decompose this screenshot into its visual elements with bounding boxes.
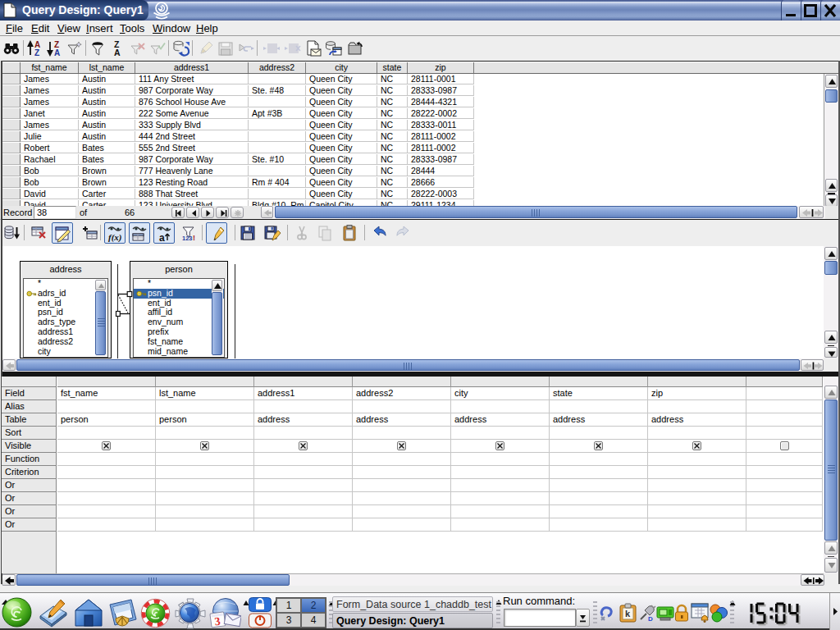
- svg-text:Z: Z: [34, 48, 39, 57]
- svg-text:A: A: [114, 48, 121, 57]
- svg-text:A: A: [54, 48, 60, 57]
- svg-text:f(x): f(x): [108, 232, 122, 243]
- svg-text:a: a: [159, 232, 165, 244]
- svg-text:!: !: [193, 234, 195, 242]
- svg-text:k: k: [625, 609, 631, 619]
- svg-text:D: D: [648, 615, 653, 622]
- svg-text:123: 123: [182, 235, 193, 242]
